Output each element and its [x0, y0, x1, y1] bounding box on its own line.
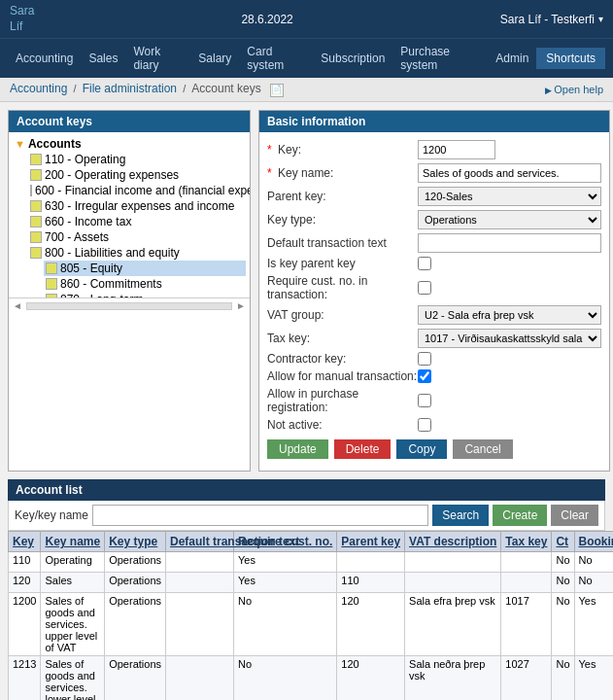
update-button[interactable]: Update: [267, 439, 328, 459]
search-input[interactable]: [92, 505, 428, 526]
tree-item-630[interactable]: 630 - Irregular expenses and income: [28, 198, 246, 214]
key-icon: [46, 294, 57, 298]
basic-info-title: Basic information: [259, 111, 609, 132]
open-help-button[interactable]: Open help: [545, 84, 603, 95]
col-tax-key[interactable]: Tax key: [501, 532, 552, 552]
date-display: 28.6.2022: [241, 13, 292, 26]
col-default-text[interactable]: Default transaction text: [166, 532, 234, 552]
cell-vat-desc: [405, 573, 501, 593]
breadcrumb: Accounting / File administration / Accou…: [10, 82, 284, 97]
nav-sales[interactable]: Sales: [81, 46, 125, 71]
table-row[interactable]: 120 Sales Operations Yes 110 No No ✔: [9, 573, 614, 593]
default-transaction-input[interactable]: [418, 233, 601, 253]
nav-admin[interactable]: Admin: [488, 46, 536, 71]
tree-item-860[interactable]: 860 - Commitments: [44, 276, 246, 292]
is-key-parent-row: Is key parent key: [267, 257, 601, 270]
col-key[interactable]: Key: [9, 532, 41, 552]
nav-purchase-system[interactable]: Purchase system: [392, 39, 488, 78]
vat-group-row: VAT group: U2 - Sala efra þrep vsk: [267, 305, 601, 325]
nav-salary[interactable]: Salary: [190, 46, 239, 71]
search-button[interactable]: Search: [432, 505, 489, 526]
cell-vat-desc: [405, 552, 501, 573]
copy-button[interactable]: Copy: [396, 439, 447, 459]
tree-item-600[interactable]: 600 - Financial income and (financial ex…: [28, 183, 246, 198]
shortcuts-button[interactable]: Shortcuts: [536, 48, 605, 69]
table-row[interactable]: 1213 Sales of goods and services. lower …: [9, 656, 614, 700]
contractor-key-label: Contractor key:: [267, 352, 418, 366]
require-cust-checkbox[interactable]: [418, 281, 431, 295]
vat-group-label: VAT group:: [267, 308, 418, 322]
key-input[interactable]: [418, 140, 495, 159]
account-keys-tree[interactable]: ▼ Accounts 110 - Operating 200 - Operati…: [9, 132, 250, 298]
table-row[interactable]: 1200 Sales of goods and services. upper …: [9, 593, 614, 656]
cell-key: 1200: [9, 593, 41, 656]
cell-booking: No: [574, 573, 613, 593]
cell-ct: No: [552, 552, 574, 573]
not-active-row: Not active:: [267, 418, 601, 432]
contractor-key-checkbox[interactable]: [418, 352, 431, 366]
col-vat-desc[interactable]: VAT description: [405, 532, 501, 552]
tax-key-select[interactable]: 1017 - Virðisaukaskattsskyld sala: [418, 329, 601, 348]
key-icon: [46, 262, 57, 274]
col-parent-key[interactable]: Parent key: [337, 532, 405, 552]
cell-parent-key: 110: [337, 573, 405, 593]
key-type-select[interactable]: Operations: [418, 210, 601, 229]
not-active-checkbox[interactable]: [418, 418, 431, 432]
col-key-name[interactable]: Key name: [41, 532, 105, 552]
key-icon: [30, 169, 42, 181]
require-cust-row: Require cust. no. in transaction:: [267, 274, 601, 301]
allow-manual-checkbox[interactable]: [418, 369, 431, 383]
nav-accounting[interactable]: Accounting: [8, 46, 81, 71]
col-ct[interactable]: Ct: [552, 532, 574, 552]
tree-item-800[interactable]: 800 - Liabilities and equity: [28, 245, 246, 261]
cell-default-text: [166, 552, 234, 573]
delete-button[interactable]: Delete: [334, 439, 392, 459]
is-key-parent-checkbox[interactable]: [418, 257, 431, 270]
nav-bar: Accounting Sales Work diary Salary Card …: [0, 38, 613, 78]
tree-item-805[interactable]: 805 - Equity: [44, 261, 246, 276]
doc-icon[interactable]: 📄: [270, 84, 284, 97]
breadcrumb-file-admin[interactable]: File administration: [83, 82, 177, 95]
cell-key-name: Sales: [41, 573, 105, 593]
col-key-type[interactable]: Key type: [105, 532, 166, 552]
table-header-row: Key Key name Key type Default transactio…: [9, 532, 614, 552]
cell-key-name: Sales of goods and services. upper level…: [41, 593, 105, 656]
allow-purchase-label: Allow in purchase registration:: [267, 387, 418, 414]
user-menu[interactable]: Sara Líf - Testkerfi ▾: [500, 13, 603, 26]
tree-item-accounts[interactable]: ▼ Accounts: [13, 136, 246, 152]
nav-card-system[interactable]: Card system: [239, 39, 313, 78]
nav-subscription[interactable]: Subscription: [313, 46, 392, 71]
parent-key-select[interactable]: 120-Sales: [418, 187, 601, 206]
col-booking[interactable]: Booking: [574, 532, 613, 552]
col-require-cust[interactable]: Require cust. no.: [234, 532, 337, 552]
cell-require-cust: No: [234, 593, 337, 656]
cell-tax-key: [501, 552, 552, 573]
key-name-row: * Key name:: [267, 163, 601, 183]
tree-item-200[interactable]: 200 - Operating expenses: [28, 167, 246, 183]
tree-item-110[interactable]: 110 - Operating: [28, 152, 246, 167]
tree-item-700[interactable]: 700 - Assets: [28, 229, 246, 245]
cell-default-text: [166, 573, 234, 593]
account-table: Key Key name Key type Default transactio…: [8, 531, 613, 700]
key-name-input[interactable]: [418, 163, 601, 183]
vat-group-select[interactable]: U2 - Sala efra þrep vsk: [418, 305, 601, 325]
cell-key-name: Operating: [41, 552, 105, 573]
create-button[interactable]: Create: [493, 505, 547, 526]
account-keys-title: Account keys: [9, 111, 250, 132]
cancel-button[interactable]: Cancel: [453, 439, 512, 459]
cell-key-name: Sales of goods and services. lower level…: [41, 656, 105, 700]
nav-work-diary[interactable]: Work diary: [125, 39, 190, 78]
not-active-label: Not active:: [267, 418, 418, 432]
table-row[interactable]: 110 Operating Operations Yes No No ✔: [9, 552, 614, 573]
cell-tax-key: [501, 573, 552, 593]
toolbar-label: Key/key name: [15, 508, 88, 522]
clear-button[interactable]: Clear: [551, 505, 598, 526]
account-list-section: Account list Key/key name Search Create …: [8, 479, 605, 700]
cell-key: 120: [9, 573, 41, 593]
breadcrumb-accounting[interactable]: Accounting: [10, 82, 67, 95]
allow-purchase-checkbox[interactable]: [418, 394, 431, 407]
key-row: * Key:: [267, 140, 601, 159]
parent-key-label: Parent key:: [267, 190, 418, 203]
breadcrumb-bar: Accounting / File administration / Accou…: [0, 78, 613, 102]
tree-item-660[interactable]: 660 - Income tax: [28, 214, 246, 229]
